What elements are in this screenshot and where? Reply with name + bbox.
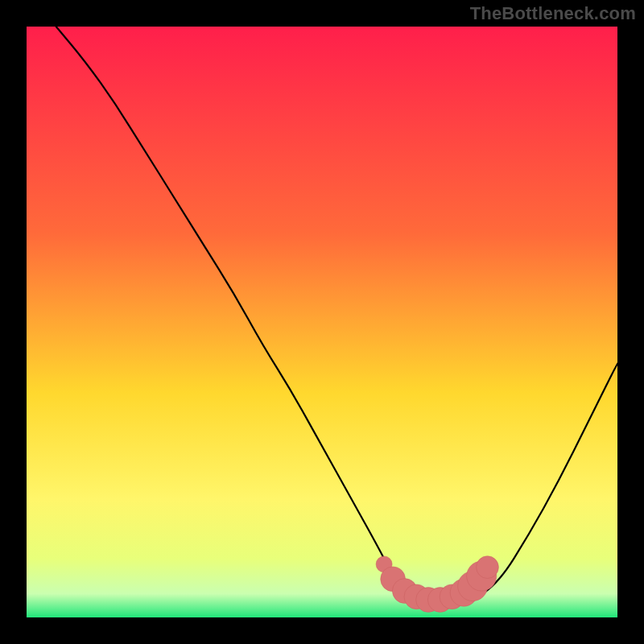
watermark-text: TheBottleneck.com (470, 3, 636, 24)
gradient-background (27, 27, 617, 617)
chart-frame: TheBottleneck.com (0, 0, 644, 644)
bottleneck-chart (27, 27, 617, 617)
highlight-marker (477, 556, 499, 579)
